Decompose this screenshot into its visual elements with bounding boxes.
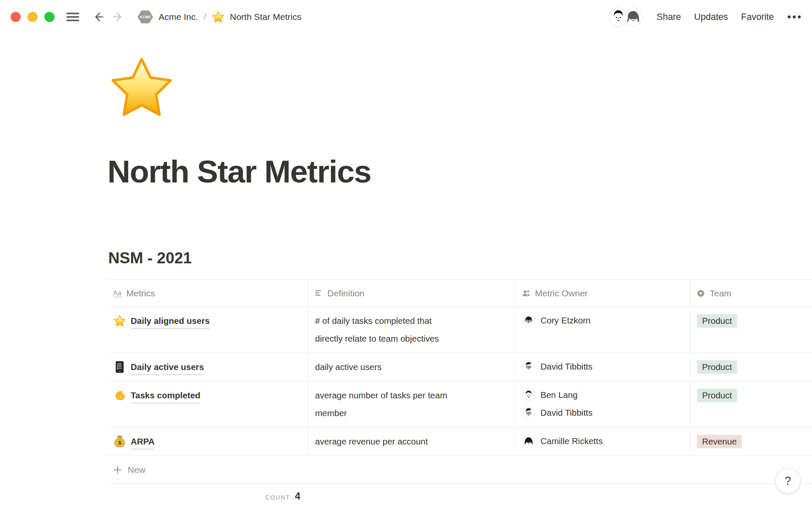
breadcrumb-page[interactable]: North Star Metrics	[230, 12, 302, 22]
title-icon: Aa	[113, 289, 122, 298]
definition-text: # of daily tasks completed that directly…	[315, 312, 457, 348]
definition-text: daily active users	[315, 358, 381, 376]
select-icon	[697, 289, 705, 298]
top-bar: ACME Acme Inc. / North Star Metrics Shar…	[0, 0, 812, 34]
metric-page-link[interactable]: Daily aligned users	[131, 314, 210, 329]
count-value: 4	[295, 491, 300, 502]
star-icon	[212, 11, 225, 23]
new-row-button[interactable]: New	[107, 456, 812, 484]
ellipsis-icon[interactable]	[787, 15, 801, 19]
metric-cell[interactable]: Daily active users	[107, 353, 308, 381]
team-cell[interactable]: Product	[690, 307, 812, 353]
definition-text: average number of tasks per team member	[315, 387, 457, 422]
owner-avatar	[522, 389, 535, 401]
bicep-icon	[113, 389, 126, 402]
metric-cell[interactable]: $ARPA	[107, 428, 308, 456]
definition-cell[interactable]: # of daily tasks completed that directly…	[308, 307, 515, 353]
share-button[interactable]: Share	[657, 12, 681, 22]
breadcrumb: ACME Acme Inc. / North Star Metrics	[137, 10, 302, 24]
count-label: COUNT	[265, 494, 290, 501]
forward-arrow-icon[interactable]	[111, 10, 125, 24]
metric-page-link[interactable]: Daily active users	[131, 360, 204, 375]
definition-cell[interactable]: average revenue per account	[308, 428, 515, 456]
breadcrumb-workspace[interactable]: Acme Inc.	[159, 12, 198, 22]
metric-cell[interactable]: Daily aligned users	[107, 307, 308, 353]
team-cell[interactable]: Revenue	[690, 428, 812, 456]
owner-name: Ben Lang	[540, 390, 578, 400]
presence-avatars[interactable]	[609, 7, 643, 27]
owner-name: David Tibbitts	[540, 362, 593, 372]
owner-entry[interactable]: David Tibbitts	[522, 404, 683, 422]
help-button[interactable]: ?	[776, 469, 800, 493]
moneybag-icon: $	[113, 435, 126, 448]
window-controls	[11, 12, 55, 22]
definition-text: average revenue per account	[315, 433, 428, 450]
owner-entry[interactable]: David Tibbitts	[522, 358, 683, 375]
male-sketch-avatar[interactable]	[609, 7, 628, 27]
svg-text:$: $	[118, 439, 121, 446]
metric-page-link[interactable]: Tasks completed	[131, 388, 200, 403]
phone-icon	[113, 361, 126, 373]
back-arrow-icon[interactable]	[92, 10, 105, 24]
owner-avatar	[522, 435, 535, 447]
owner-cell[interactable]: Camille Ricketts	[515, 428, 690, 456]
page-title[interactable]: North Star Metrics	[107, 155, 371, 188]
section-heading[interactable]: NSM - 2021	[108, 249, 192, 267]
person-icon	[522, 289, 530, 298]
team-tag[interactable]: Product	[697, 389, 737, 402]
team-cell[interactable]: Product	[690, 353, 812, 381]
definition-cell[interactable]: average number of tasks per team member	[308, 381, 515, 428]
owner-entry[interactable]: Ben Lang	[522, 386, 683, 404]
owner-avatar	[522, 314, 535, 327]
traffic-minimize[interactable]	[27, 12, 38, 22]
plus-icon	[113, 465, 122, 475]
count-calculation[interactable]: COUNT 4	[107, 484, 308, 502]
workspace-logo: ACME	[137, 10, 153, 24]
owner-cell[interactable]: Cory Etzkorn	[515, 307, 690, 353]
traffic-close[interactable]	[11, 12, 21, 22]
favorite-button[interactable]: Favorite	[741, 12, 774, 22]
team-cell[interactable]: Product	[690, 381, 812, 428]
owner-avatar	[522, 406, 535, 419]
team-tag[interactable]: Product	[697, 314, 737, 328]
owner-cell[interactable]: Ben LangDavid Tibbitts	[515, 381, 690, 428]
metric-page-link[interactable]: ARPA	[131, 434, 155, 450]
star-icon	[113, 315, 126, 327]
owner-name: David Tibbitts	[540, 408, 593, 418]
column-header-metrics[interactable]: Aa Metrics	[107, 280, 308, 307]
page-icon-star[interactable]	[108, 54, 175, 121]
owner-name: Camille Ricketts	[540, 436, 603, 446]
traffic-zoom[interactable]	[44, 12, 55, 22]
column-header-team[interactable]: Team	[690, 280, 812, 307]
owner-avatar	[522, 360, 535, 373]
text-icon	[315, 289, 323, 297]
owner-entry[interactable]: Camille Ricketts	[522, 432, 683, 450]
owner-name: Cory Etzkorn	[540, 315, 590, 326]
team-tag[interactable]: Revenue	[697, 435, 742, 448]
definition-cell[interactable]: daily active users	[308, 353, 515, 381]
metric-cell[interactable]: Tasks completed	[107, 381, 308, 428]
updates-button[interactable]: Updates	[694, 12, 728, 22]
breadcrumb-separator: /	[203, 11, 206, 22]
owner-cell[interactable]: David Tibbitts	[515, 353, 690, 381]
column-header-definition[interactable]: Definition	[308, 280, 515, 307]
hamburger-menu-icon[interactable]	[66, 12, 79, 22]
team-tag[interactable]: Product	[697, 360, 737, 374]
column-header-metric-owner[interactable]: Metric Owner	[515, 280, 690, 307]
owner-entry[interactable]: Cory Etzkorn	[522, 312, 683, 329]
metrics-table: Aa Metrics Definition Metric Owner Team …	[107, 279, 812, 502]
